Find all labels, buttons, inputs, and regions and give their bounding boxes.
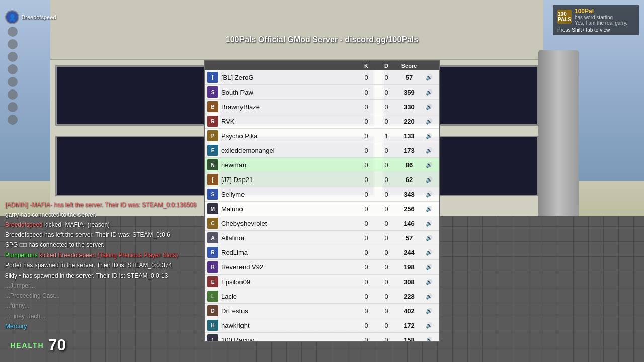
player-kills: 0 [356, 74, 376, 81]
player-deaths: 0 [376, 249, 396, 256]
player-score: 308 [396, 278, 422, 286]
table-row[interactable]: LLacie00228🔊 [205, 289, 439, 304]
badge-desc1: has word starting [575, 15, 627, 20]
player-kills: 0 [356, 103, 376, 111]
player-score: 57 [396, 234, 422, 242]
player-kills: 0 [356, 249, 376, 256]
scoreboard-header: K D Score [205, 61, 439, 70]
table-row[interactable]: [[J7] Dsp210062🔊 [205, 172, 439, 187]
player-row: 👤 Breedofspeed [5, 10, 56, 24]
player-avatar: P [207, 130, 218, 141]
table-row[interactable]: RRVK00220🔊 [205, 114, 439, 129]
player-avatar: L [207, 291, 218, 302]
table-row[interactable]: CChebyshevrolet00146🔊 [205, 216, 439, 231]
player-avatar: E [207, 145, 218, 156]
table-row[interactable]: EEpsilon0900308🔊 [205, 275, 439, 289]
player-mute-button[interactable]: 🔊 [422, 220, 437, 227]
chat-line: garry has connected to the server. [5, 210, 216, 220]
player-mute-button[interactable]: 🔊 [422, 74, 437, 81]
player-score: 330 [396, 103, 422, 111]
player-avatar: [ [207, 174, 218, 185]
chat-line: ...funny... [5, 301, 216, 311]
player-deaths: 0 [376, 322, 396, 329]
player-mute-button[interactable]: 🔊 [422, 206, 437, 212]
table-row[interactable]: DDrFestus00402🔊 [205, 304, 439, 318]
player-deaths: 0 [376, 234, 396, 242]
player-deaths: 0 [376, 103, 396, 111]
player-mute-button[interactable]: 🔊 [422, 89, 437, 96]
player-score: 220 [396, 118, 422, 125]
player-avatar: R [207, 116, 218, 127]
player-mute-button[interactable]: 🔊 [422, 249, 437, 256]
player-name: [BL] ZeroG [221, 74, 356, 81]
table-row[interactable]: Nnewman0086🔊 [205, 158, 439, 172]
player-name: Lacie [221, 293, 356, 300]
player-mute-button[interactable]: 🔊 [422, 176, 437, 183]
player-kills: 0 [356, 118, 376, 125]
player-mute-button[interactable]: 🔊 [422, 235, 437, 241]
player-mute-button[interactable]: 🔊 [422, 308, 437, 314]
table-row[interactable]: Eexileddemonangel00173🔊 [205, 143, 439, 158]
player-mute-button[interactable]: 🔊 [422, 279, 437, 285]
hud-health: HEALTH 70 [10, 336, 66, 354]
badge-name: 100Pal [575, 8, 627, 15]
player-mute-button[interactable]: 🔊 [422, 147, 437, 154]
table-row[interactable]: RReverend V9200198🔊 [205, 260, 439, 275]
player-mute-button[interactable]: 🔊 [422, 162, 437, 168]
player-score: 402 [396, 307, 422, 315]
table-row[interactable]: AAllalinor0057🔊 [205, 231, 439, 245]
window-pane [55, 136, 211, 196]
player-name: South Paw [221, 88, 356, 96]
player-deaths: 0 [376, 176, 396, 184]
player-name: Breedofspeed [22, 14, 56, 20]
player-mute-button[interactable]: 🔊 [422, 133, 437, 139]
player-name: 100 Racing [221, 336, 356, 342]
player-name: exileddemonangel [221, 147, 356, 154]
hint-text: Press Shift+Tab to view [557, 27, 635, 33]
player-deaths: 0 [376, 307, 396, 315]
chat-line: Breedofspeed kicked -MAFIA- (reason) [5, 220, 216, 230]
player-mute-button[interactable]: 🔊 [422, 337, 437, 342]
table-row[interactable]: BBrawnyBlaze00330🔊 [205, 100, 439, 114]
table-row[interactable]: [[BL] ZeroG0057🔊 [205, 70, 439, 85]
player-kills: 0 [356, 322, 376, 329]
building-top [50, 0, 543, 60]
table-row[interactable]: SSellyme00348🔊 [205, 187, 439, 202]
player-mute-button[interactable]: 🔊 [422, 264, 437, 270]
player-mute-button[interactable]: 🔊 [422, 118, 437, 125]
player-kills: 0 [356, 263, 376, 271]
icon-dot-6 [8, 89, 18, 100]
player-score: 198 [396, 263, 422, 271]
player-deaths: 0 [376, 88, 396, 96]
player-name: Sellyme [221, 191, 356, 198]
left-panel: 👤 Breedofspeed [5, 10, 56, 125]
icon-dot-4 [8, 64, 18, 74]
player-avatar: N [207, 159, 218, 170]
table-row[interactable]: SSouth Paw00359🔊 [205, 85, 439, 100]
player-score: 133 [396, 132, 422, 140]
chat-line: Porter has spawned in the server. Their … [5, 261, 216, 270]
player-name: newman [221, 161, 356, 169]
table-row[interactable]: MMaluno00256🔊 [205, 202, 439, 216]
player-deaths: 0 [376, 191, 396, 198]
player-mute-button[interactable]: 🔊 [422, 191, 437, 198]
player-score: 228 [396, 293, 422, 300]
badge-icon: 100PALS [557, 10, 572, 24]
player-mute-button[interactable]: 🔊 [422, 322, 437, 329]
player-avatar: M [207, 203, 218, 214]
table-row[interactable]: 1100 Racing00158🔊 [205, 333, 439, 342]
col-k-header: K [356, 63, 376, 69]
player-avatar: C [207, 218, 218, 229]
table-row[interactable]: PPsycho Pika01133🔊 [205, 129, 439, 143]
player-score: 86 [396, 161, 422, 169]
badge-desc2: Yes, I am the real garry. [575, 20, 627, 26]
player-mute-button[interactable]: 🔊 [422, 104, 437, 110]
player-kills: 0 [356, 176, 376, 184]
chat-area: [ADMIN] -MAFIA- has left the server. The… [5, 200, 216, 332]
scoreboard[interactable]: K D Score [[BL] ZeroG0057🔊SSouth Paw0035… [204, 60, 440, 342]
table-row[interactable]: RRodLima00244🔊 [205, 245, 439, 260]
table-row[interactable]: Hhawkright00172🔊 [205, 318, 439, 333]
player-name: [J7] Dsp21 [221, 176, 356, 184]
player-name: Psycho Pika [221, 132, 356, 140]
player-mute-button[interactable]: 🔊 [422, 293, 437, 300]
